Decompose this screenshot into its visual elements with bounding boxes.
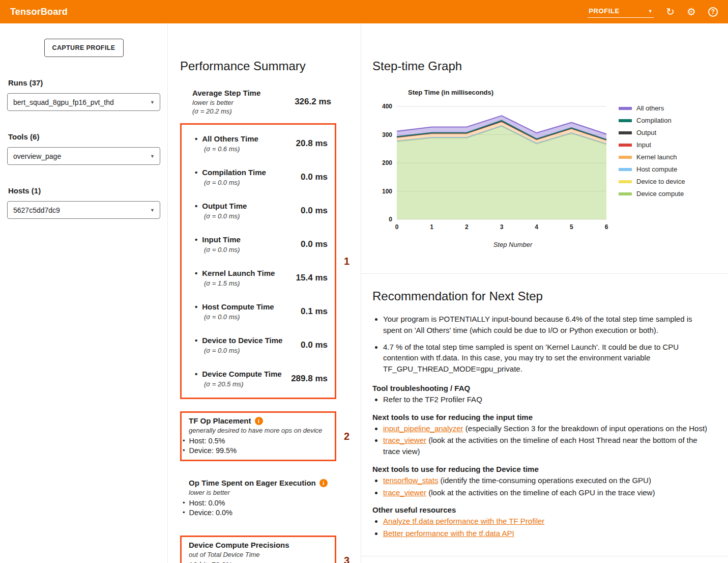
metric-name-line: •Host Compute Time bbox=[195, 302, 301, 311]
chevron-down-icon: ▼ bbox=[150, 208, 155, 213]
metric-value: 20.8 ms bbox=[296, 138, 328, 149]
block-bullet-text: Host: 0.5% bbox=[189, 437, 225, 445]
app-header: TensorBoard PROFILE ▼ ↻ ⚙ ? bbox=[0, 0, 728, 23]
info-icon[interactable]: i bbox=[255, 417, 263, 425]
block-bullet-list: •Host: 0.0%•Device: 0.0% bbox=[183, 498, 332, 517]
hosts-field: Hosts (1) 5627c5dd7dc9 ▼ bbox=[7, 186, 160, 219]
block-bullet-list: •Host: 0.5%•Device: 99.5% bbox=[183, 436, 332, 455]
svg-text:3: 3 bbox=[500, 223, 504, 231]
metric-name-line: •Compilation Time bbox=[195, 168, 301, 177]
recommendation-text: (especially Section 3 for the breakdown … bbox=[463, 424, 707, 433]
runs-field: Runs (37) bert_squad_8gpu_fp16_pvt_thd ▼ bbox=[7, 78, 160, 111]
legend-label: Host compute bbox=[636, 165, 677, 173]
hosts-select-value: 5627c5dd7dc9 bbox=[13, 206, 60, 214]
svg-text:300: 300 bbox=[382, 131, 392, 138]
block-title-line: TF Op Placementi bbox=[189, 416, 332, 425]
chevron-down-icon: ▼ bbox=[150, 100, 155, 105]
recommendation-link[interactable]: trace_viewer bbox=[383, 488, 426, 497]
legend-label: Input bbox=[636, 141, 651, 149]
block-bullet-item: •Host: 0.5% bbox=[183, 436, 332, 445]
chevron-down-icon: ▼ bbox=[150, 154, 155, 159]
recommendation-link[interactable]: trace_viewer bbox=[383, 436, 426, 444]
metric-value: 0.0 ms bbox=[301, 206, 328, 216]
stat-block: Device Compute Precisionsout of Total De… bbox=[182, 537, 335, 563]
block-bullet-text: 16-bit: 70.2% bbox=[189, 561, 232, 563]
info-icon[interactable]: i bbox=[319, 479, 328, 487]
metric-left: •Input Time(σ = 0.0 ms) bbox=[195, 235, 301, 254]
legend-label: Output bbox=[636, 129, 656, 136]
runs-select[interactable]: bert_squad_8gpu_fp16_pvt_thd ▼ bbox=[7, 93, 160, 111]
metric-row: •Kernel Launch Time(σ = 1.5 ms)15.4 ms bbox=[194, 261, 329, 295]
bullet-icon: • bbox=[195, 134, 197, 143]
metric-left: •Host Compute Time(σ = 0.0 ms) bbox=[195, 302, 301, 321]
stat-block: Op Time Spent on Eager Executionilower i… bbox=[182, 475, 335, 522]
recommendation-link[interactable]: Analyze tf.data performance with the TF … bbox=[383, 517, 544, 525]
recommendation-link[interactable]: input_pipeline_analyzer bbox=[383, 424, 463, 433]
annotation-number: 3 bbox=[344, 555, 350, 563]
summary-blocks: TF Op Placementigenerally desired to hav… bbox=[180, 411, 361, 563]
tools-select[interactable]: overview_page ▼ bbox=[7, 147, 160, 165]
legend-item: Output bbox=[619, 129, 685, 136]
legend-swatch bbox=[619, 180, 632, 183]
stat-block: TF Op Placementigenerally desired to hav… bbox=[182, 413, 335, 460]
metric-value: 0.1 ms bbox=[301, 306, 328, 317]
gear-icon[interactable]: ⚙ bbox=[687, 7, 696, 17]
recommendation-item: Analyze tf.data performance with the TF … bbox=[383, 516, 711, 527]
block-bullet-list: •16-bit: 70.2%•32-bit: 29.8% bbox=[183, 560, 332, 563]
chart-title: Step Time (in milliseconds) bbox=[408, 89, 728, 96]
svg-text:5: 5 bbox=[570, 223, 573, 231]
metric-row: •Device Compute Time(σ = 20.5 ms)289.8 m… bbox=[194, 362, 329, 396]
metric-name-line: •Device to Device Time bbox=[195, 336, 301, 345]
recommendation-link[interactable]: Better performance with the tf.data API bbox=[383, 529, 514, 538]
help-icon[interactable]: ? bbox=[708, 7, 718, 17]
bullet-icon: • bbox=[183, 499, 185, 507]
capture-profile-button[interactable]: CAPTURE PROFILE bbox=[44, 39, 124, 57]
recommendation-heading: Other useful resources bbox=[372, 505, 711, 514]
metric-name: All Others Time bbox=[202, 134, 258, 143]
legend-swatch bbox=[619, 131, 632, 134]
block-bullet-item: •Host: 0.0% bbox=[183, 498, 332, 508]
metric-left: •Device Compute Time(σ = 20.5 ms) bbox=[195, 370, 291, 388]
reload-icon[interactable]: ↻ bbox=[666, 7, 675, 17]
block-bullet-item: •16-bit: 70.2% bbox=[183, 560, 332, 563]
metric-left: •Kernel Launch Time(σ = 1.5 ms) bbox=[195, 269, 296, 287]
metric-note: lower is better bbox=[192, 99, 295, 106]
dashboard-select-value: PROFILE bbox=[589, 7, 620, 15]
bullet-icon: • bbox=[195, 235, 197, 244]
bullet-icon: • bbox=[195, 168, 197, 177]
hosts-select[interactable]: 5627c5dd7dc9 ▼ bbox=[7, 201, 160, 219]
performance-summary-title: Performance Summary bbox=[180, 59, 361, 73]
dashboard-select[interactable]: PROFILE ▼ bbox=[588, 6, 654, 18]
bullet-icon: • bbox=[183, 446, 185, 455]
recommendation-link[interactable]: tensorflow_stats bbox=[383, 476, 438, 485]
block-title: TF Op Placement bbox=[189, 416, 251, 425]
metric-row: •Host Compute Time(σ = 0.0 ms)0.1 ms bbox=[194, 295, 329, 328]
block-bullet-text: Device: 0.0% bbox=[189, 509, 232, 517]
metric-name-line: •Input Time bbox=[195, 235, 301, 244]
recommendation-heading: Next tools to use for reducing the input… bbox=[372, 413, 711, 421]
metric-row: •Device to Device Time(σ = 0.0 ms)0.0 ms bbox=[194, 328, 329, 362]
legend-label: Device to device bbox=[636, 178, 685, 185]
chevron-down-icon: ▼ bbox=[648, 9, 653, 14]
metric-row: •Input Time(σ = 0.0 ms)0.0 ms bbox=[194, 228, 329, 261]
metric-name-line: •Device Compute Time bbox=[195, 370, 291, 378]
metric-left: •Compilation Time(σ = 0.0 ms) bbox=[195, 168, 301, 186]
recommendation-title: Recommendation for Next Step bbox=[372, 289, 711, 303]
metric-name: Average Step Time bbox=[192, 89, 295, 97]
metric-name: Host Compute Time bbox=[202, 302, 274, 311]
metric-row: •Output Time(σ = 0.0 ms)0.0 ms bbox=[194, 194, 329, 228]
main-layout: CAPTURE PROFILE Runs (37) bert_squad_8gp… bbox=[0, 23, 728, 563]
legend-item: Device compute bbox=[619, 190, 685, 198]
block-bullet-item: •Device: 0.0% bbox=[183, 508, 332, 517]
performance-summary-panel: Performance Summary Average Step Time lo… bbox=[168, 23, 361, 563]
metric-sigma: (σ = 0.0 ms) bbox=[204, 313, 301, 321]
legend-label: Kernel launch bbox=[636, 153, 677, 161]
recommendation-subsections: Tool troubleshooting / FAQRefer to the T… bbox=[372, 384, 711, 539]
recommendation-item: Refer to the TF2 Profiler FAQ bbox=[383, 394, 711, 405]
metric-name: Output Time bbox=[202, 202, 247, 210]
bullet-icon: • bbox=[183, 509, 185, 517]
header-actions: PROFILE ▼ ↻ ⚙ ? bbox=[588, 6, 718, 18]
stat-block-wrap: Op Time Spent on Eager Executionilower i… bbox=[180, 473, 336, 523]
step-time-graph-section: Step-time Graph Step Time (in millisecon… bbox=[361, 23, 728, 274]
average-step-time: Average Step Time lower is better (σ = 2… bbox=[192, 89, 331, 115]
